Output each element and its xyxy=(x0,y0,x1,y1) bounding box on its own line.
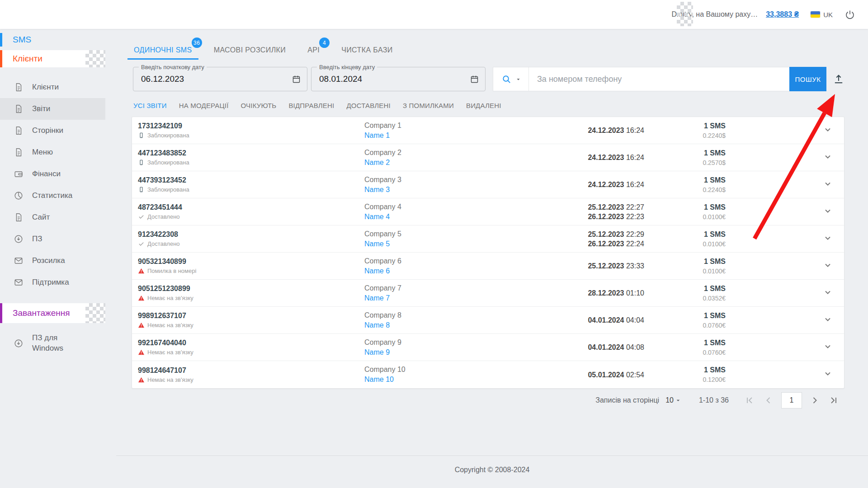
filter-ochikuyut[interactable]: ОЧІКУЮТЬ xyxy=(241,102,277,109)
sidebar-item-pidtrymka[interactable]: Підтримка xyxy=(0,272,105,293)
sidebar-section-downloads: Завантаження xyxy=(0,303,105,323)
error-warning-icon xyxy=(138,349,145,356)
sender-name-link[interactable]: Name 9 xyxy=(364,348,514,357)
chevron-down-icon[interactable] xyxy=(822,368,833,379)
chevron-down-icon[interactable] xyxy=(822,233,833,244)
first-page-button[interactable] xyxy=(744,395,755,406)
ukraine-flag-icon xyxy=(811,11,820,18)
current-page-box[interactable]: 1 xyxy=(781,392,802,408)
send-dates: 25.12.2023 23:33 xyxy=(514,261,644,271)
filter-usi-zvity[interactable]: УСІ ЗВІТИ xyxy=(133,102,167,109)
sender-name-link[interactable]: Name 10 xyxy=(364,375,514,384)
brand-sms[interactable]: SMS xyxy=(0,32,105,47)
sender-name-link[interactable]: Name 7 xyxy=(364,294,514,302)
search-input[interactable] xyxy=(529,67,789,91)
sms-cost: 0.2240$ xyxy=(703,186,726,193)
search-button[interactable]: ПОШУК xyxy=(789,67,826,91)
tab-badge: 4 xyxy=(319,38,330,48)
phone-number: 905321340899 xyxy=(138,258,364,266)
logout-button[interactable] xyxy=(844,9,855,20)
filter-z-pomylkamy[interactable]: З ПОМИЛКАМИ xyxy=(403,102,454,109)
blocked-phone-icon xyxy=(138,132,145,139)
sidebar-item-storinky[interactable]: Сторінки xyxy=(0,120,105,141)
chevron-down-icon[interactable] xyxy=(822,314,833,325)
start-date-input[interactable] xyxy=(133,67,307,91)
company-label: Company 3 xyxy=(364,176,514,184)
sidebar-item-finansy[interactable]: Фінанси xyxy=(0,163,105,185)
calendar-icon[interactable] xyxy=(470,75,479,84)
prev-page-button[interactable] xyxy=(763,395,774,406)
search-type-dropdown[interactable] xyxy=(493,67,529,91)
sender-name-link[interactable]: Name 2 xyxy=(364,159,514,167)
chevron-down-icon[interactable] xyxy=(822,206,833,216)
prev-page-icon xyxy=(763,395,774,406)
phone-number: 447123483852 xyxy=(138,149,364,157)
sender-name-link[interactable]: Name 1 xyxy=(364,131,514,140)
company-label: Company 8 xyxy=(364,311,514,319)
chevron-down-icon[interactable] xyxy=(822,287,833,298)
tab-masovi-rozsylky[interactable]: МАСОВІ РОЗСИЛКИ xyxy=(208,42,292,60)
tab-odynochni-sms[interactable]: ОДИНОЧНІ SMS 36 xyxy=(127,42,198,60)
phone-number: 992167404040 xyxy=(138,339,364,347)
sidebar-item-statystyka[interactable]: Статистика xyxy=(0,185,105,206)
search-icon xyxy=(501,74,512,84)
phone-number: 447393123452 xyxy=(138,176,364,184)
chevron-down-icon[interactable] xyxy=(822,341,833,352)
status-filter-bar: УСІ ЗВІТИНА МОДЕРАЦІЇОЧІКУЮТЬВІДПРАВЛЕНІ… xyxy=(133,102,868,109)
status-label: Доставлено xyxy=(147,240,180,247)
calendar-icon[interactable] xyxy=(292,75,301,84)
caret-down-icon xyxy=(675,397,682,404)
sidebar-item-pz[interactable]: ПЗ xyxy=(0,228,105,250)
filter-dostavleni[interactable]: ДОСТАВЛЕНІ xyxy=(346,102,391,109)
sidebar-item-klienty[interactable]: Клієнти xyxy=(0,76,105,98)
first-page-icon xyxy=(744,395,755,406)
sidebar-item-sait[interactable]: Сайт xyxy=(0,206,105,228)
send-dates: 24.12.2023 16:24 xyxy=(514,126,644,135)
sender-name-link[interactable]: Name 3 xyxy=(364,186,514,194)
sender-name-link[interactable]: Name 4 xyxy=(364,213,514,221)
export-upload-button[interactable] xyxy=(832,73,845,85)
send-dates: 24.12.2023 16:24 xyxy=(514,153,644,162)
reports-table: 17312342109 Заблокирована Company 1 Name… xyxy=(132,117,844,389)
wallet-icon xyxy=(14,169,24,179)
copyright-text: Copyright © 2008-2024 xyxy=(455,466,530,474)
pie-chart-icon xyxy=(14,191,24,201)
sms-cost: 0.1200€ xyxy=(703,376,726,383)
blocked-phone-icon xyxy=(138,159,145,166)
chevron-down-icon[interactable] xyxy=(822,178,833,189)
filter-vidpravleni[interactable]: ВІДПРАВЛЕНІ xyxy=(288,102,334,109)
sms-count: 1 SMS xyxy=(704,312,726,320)
sender-name-link[interactable]: Name 6 xyxy=(364,267,514,275)
chevron-down-icon[interactable] xyxy=(822,151,833,162)
send-dates: 24.12.2023 16:24 xyxy=(514,180,644,189)
sidebar-item-menu[interactable]: Меню xyxy=(0,141,105,163)
sms-cost: 0.2240$ xyxy=(703,132,726,139)
phone-number: 9123422308 xyxy=(138,230,364,239)
tab-badge: 36 xyxy=(192,38,202,48)
last-page-button[interactable] xyxy=(828,395,839,406)
per-page-select[interactable]: 10 xyxy=(665,396,682,404)
sidebar-item-zvity[interactable]: Звіти xyxy=(0,98,105,120)
sidebar-item-rozsylka[interactable]: Розсилка xyxy=(0,250,105,272)
delivered-check-icon xyxy=(138,240,145,247)
delivered-check-icon xyxy=(138,213,145,220)
phone-number: 9051251230899 xyxy=(138,285,364,293)
language-switcher[interactable]: UK xyxy=(811,11,833,19)
sender-name-link[interactable]: Name 5 xyxy=(364,240,514,248)
error-warning-icon xyxy=(138,376,145,383)
company-label: Company 2 xyxy=(364,149,514,157)
balance-link[interactable]: 33,3883 ₴ xyxy=(766,10,799,19)
chevron-down-icon[interactable] xyxy=(822,124,833,135)
sidebar-item-pz-windows[interactable]: ПЗ для Windows xyxy=(0,329,105,357)
chevron-down-icon[interactable] xyxy=(822,260,833,271)
next-page-button[interactable] xyxy=(809,395,820,406)
tab-api[interactable]: API 4 xyxy=(301,42,326,60)
tab-chystka-bazy[interactable]: ЧИСТКА БАЗИ xyxy=(335,42,399,60)
filter-vydaleni[interactable]: ВИДАЛЕНІ xyxy=(466,102,501,109)
end-date-input[interactable] xyxy=(311,67,485,91)
filter-na-moderacii[interactable]: НА МОДЕРАЦІЇ xyxy=(179,102,229,109)
sms-count: 1 SMS xyxy=(704,258,726,266)
filter-row: Введіть початкову дату Введіть кінцеву д… xyxy=(133,66,868,92)
sender-name-link[interactable]: Name 8 xyxy=(364,321,514,329)
sms-count: 1 SMS xyxy=(704,122,726,130)
